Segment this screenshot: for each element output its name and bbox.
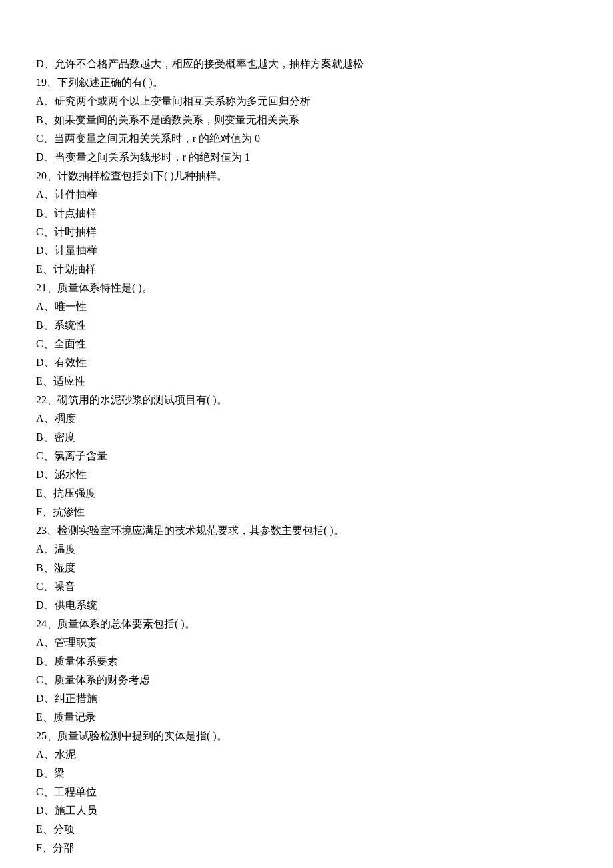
text-line: C、氯离子含量 [36, 447, 577, 465]
text-line: C、噪音 [36, 577, 577, 596]
text-line: A、温度 [36, 540, 577, 559]
text-line: D、计量抽样 [36, 241, 577, 260]
text-line: A、计件抽样 [36, 185, 577, 204]
text-line: B、湿度 [36, 559, 577, 577]
text-line: E、适应性 [36, 372, 577, 391]
text-line: C、计时抽样 [36, 223, 577, 241]
text-line: B、密度 [36, 428, 577, 447]
text-line: D、泌水性 [36, 465, 577, 484]
text-line: B、系统性 [36, 316, 577, 335]
text-line: E、计划抽样 [36, 260, 577, 279]
text-line: D、纠正措施 [36, 689, 577, 708]
text-line: B、计点抽样 [36, 204, 577, 223]
text-line: B、如果变量间的关系不是函数关系，则变量无相关关系 [36, 111, 577, 129]
text-line: A、研究两个或两个以上变量间相互关系称为多元回归分析 [36, 92, 577, 111]
text-line: C、全面性 [36, 335, 577, 353]
text-line: D、施工人员 [36, 801, 577, 820]
text-line: A、水泥 [36, 745, 577, 764]
text-line: F、抗渗性 [36, 503, 577, 521]
text-line: E、分项 [36, 820, 577, 839]
text-line: A、稠度 [36, 409, 577, 428]
text-line: 21、质量体系特性是( )。 [36, 279, 577, 297]
text-line: 20、计数抽样检查包括如下( )几种抽样。 [36, 167, 577, 185]
text-line: D、有效性 [36, 353, 577, 372]
text-line: C、质量体系的财务考虑 [36, 671, 577, 689]
text-line: 24、质量体系的总体要素包括( )。 [36, 615, 577, 633]
text-line: F、分部 [36, 839, 577, 857]
document-page: D、允许不合格产品数越大，相应的接受概率也越大，抽样方案就越松 19、下列叙述正… [0, 0, 613, 868]
text-line: B、梁 [36, 764, 577, 783]
text-line: B、质量体系要素 [36, 652, 577, 671]
text-line: D、供电系统 [36, 596, 577, 615]
text-line: 23、检测实验室环境应满足的技术规范要求，其参数主要包括( )。 [36, 521, 577, 540]
text-line: D、允许不合格产品数越大，相应的接受概率也越大，抽样方案就越松 [36, 55, 577, 73]
text-line: D、当变量之间关系为线形时，r 的绝对值为 1 [36, 148, 577, 167]
text-line: C、工程单位 [36, 783, 577, 801]
text-line: 19、下列叙述正确的有( )。 [36, 73, 577, 92]
text-line: E、质量记录 [36, 708, 577, 727]
text-line: A、唯一性 [36, 297, 577, 316]
text-line: 22、砌筑用的水泥砂浆的测试项目有( )。 [36, 391, 577, 409]
text-line: C、当两变量之间无相关关系时，r 的绝对值为 0 [36, 129, 577, 148]
text-line: E、抗压强度 [36, 484, 577, 503]
text-line: A、管理职责 [36, 633, 577, 652]
text-line: 25、质量试验检测中提到的实体是指( )。 [36, 727, 577, 745]
